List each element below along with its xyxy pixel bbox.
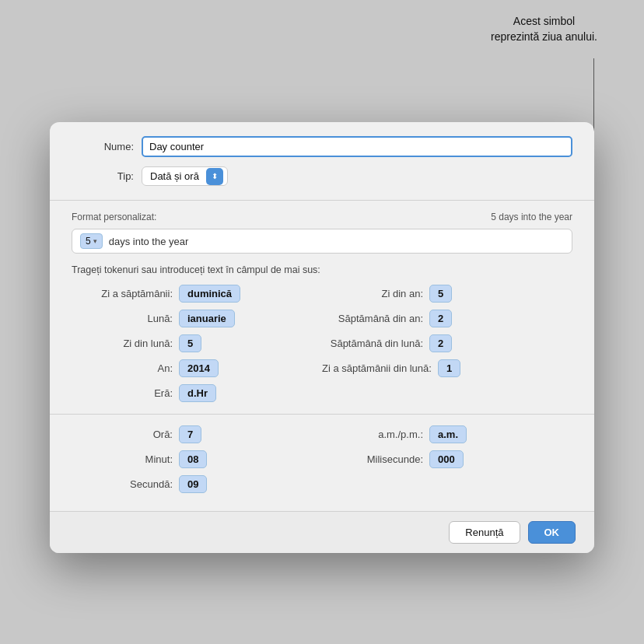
hour-label: Oră: (72, 429, 173, 440)
year-value[interactable]: 2014 (179, 359, 219, 377)
era-value[interactable]: d.Hr (179, 384, 216, 402)
date-tokens-right: Zi din an: 5 Săptămână din an: 2 Săptămâ… (322, 285, 572, 409)
ampm-value[interactable]: a.m. (429, 425, 467, 443)
name-row: Nume: (72, 136, 572, 157)
name-input[interactable] (142, 136, 572, 157)
drag-hint: Trageți tokenuri sau introduceți text în… (50, 264, 594, 275)
type-select-wrapper: Dată și oră ⬍ (142, 166, 228, 186)
hour-value[interactable]: 7 (179, 425, 201, 443)
ms-value[interactable]: 000 (429, 450, 464, 468)
format-header: Format personalizat: 5 days into the yea… (72, 212, 572, 222)
token-row-weekday: Zi a săptămânii: duminică (72, 285, 322, 303)
time-section: Oră: 7 Minut: 08 Secundă: 09 a.m./p.m.: … (50, 414, 594, 511)
token-row-era: Eră: d.Hr (72, 384, 322, 402)
day-of-year-label: Zi din an: (322, 288, 423, 299)
weekday-value[interactable]: duminică (179, 285, 240, 303)
dialog: Nume: Tip: Dată și oră ⬍ Format personal… (50, 122, 594, 553)
token-row-second: Secundă: 09 (72, 475, 322, 493)
year-label: An: (72, 362, 173, 374)
name-type-section: Nume: Tip: Dată și oră ⬍ (50, 122, 594, 201)
day-of-year-value[interactable]: 5 (429, 285, 452, 303)
time-tokens-right: a.m./p.m.: a.m. Milisecunde: 000 (322, 425, 572, 500)
token-row-minute: Minut: 08 (72, 450, 322, 468)
token-row-week-of-month: Săptămână din lună: 2 (322, 334, 572, 352)
minute-value[interactable]: 08 (179, 450, 207, 468)
week-of-month-label: Săptămână din lună: (322, 338, 423, 349)
week-of-year-value[interactable]: 2 (429, 310, 452, 327)
format-token-value: 5 (86, 236, 91, 247)
weekday-label: Zi a săptămânii: (72, 288, 173, 299)
date-tokens-grid: Zi a săptămânii: duminică Lună: ianuarie… (50, 285, 594, 409)
era-label: Eră: (72, 387, 173, 399)
format-token-chevron: ▾ (93, 237, 97, 245)
format-label: Format personalizat: (72, 212, 156, 222)
month-value[interactable]: ianuarie (179, 310, 235, 327)
day-of-month-value[interactable]: 5 (179, 334, 201, 352)
token-row-year: An: 2014 (72, 359, 322, 377)
week-of-year-label: Săptămână din an: (322, 313, 423, 324)
token-row-week-of-year: Săptămână din an: 2 (322, 310, 572, 327)
name-label: Nume: (72, 141, 134, 152)
day-of-month-label: Zi din lună: (72, 338, 173, 349)
format-bar[interactable]: 5 ▾ days into the year (72, 229, 572, 254)
bottom-bar: Renunță OK (50, 511, 594, 553)
week-of-month-value[interactable]: 2 (429, 334, 452, 352)
token-row-ms: Milisecunde: 000 (322, 450, 572, 468)
weekday-of-month-value[interactable]: 1 (438, 359, 460, 377)
type-row: Tip: Dată și oră ⬍ (72, 166, 572, 186)
time-tokens-grid: Oră: 7 Minut: 08 Secundă: 09 a.m./p.m.: … (50, 425, 594, 511)
time-tokens-left: Oră: 7 Minut: 08 Secundă: 09 (72, 425, 322, 500)
minute-label: Minut: (72, 453, 173, 465)
month-label: Lună: (72, 313, 173, 324)
format-bar-text: days into the year (109, 236, 189, 247)
token-row-month: Lună: ianuarie (72, 310, 322, 327)
token-row-hour: Oră: 7 (72, 425, 322, 443)
format-preview: 5 days into the year (491, 212, 572, 222)
cancel-button[interactable]: Renunță (449, 521, 520, 544)
token-row-ampm: a.m./p.m.: a.m. (322, 425, 572, 443)
token-row-day-of-year: Zi din an: 5 (322, 285, 572, 303)
type-label: Tip: (72, 170, 134, 182)
format-token-chip[interactable]: 5 ▾ (80, 233, 103, 249)
ampm-label: a.m./p.m.: (322, 429, 423, 440)
second-label: Secundă: (72, 478, 173, 490)
ok-button[interactable]: OK (528, 521, 576, 544)
type-select[interactable]: Dată și oră (142, 166, 228, 186)
tooltip-text: Acest simbol reprezintă ziua anului. (491, 14, 597, 44)
weekday-of-month-label: Zi a săptămânii din lună: (322, 362, 432, 374)
date-tokens-left: Zi a săptămânii: duminică Lună: ianuarie… (72, 285, 322, 409)
ms-label: Milisecunde: (322, 453, 423, 465)
second-value[interactable]: 09 (179, 475, 207, 493)
token-row-day-of-month: Zi din lună: 5 (72, 334, 322, 352)
token-row-weekday-of-month: Zi a săptămânii din lună: 1 (322, 359, 572, 377)
format-section: Format personalizat: 5 days into the yea… (50, 201, 594, 254)
